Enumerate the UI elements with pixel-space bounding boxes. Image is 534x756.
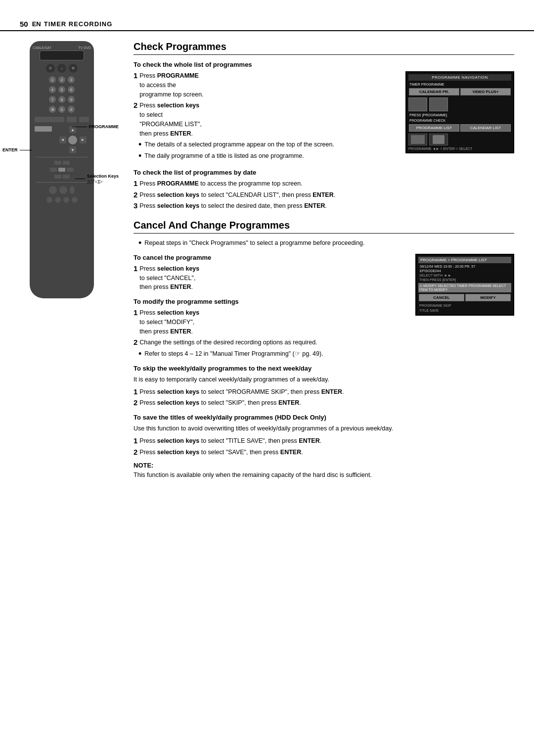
skip-step-1: 1 Press selection keys to select "PROGRA… [134,387,514,397]
intro-bullet: • Repeat steps in "Check Programmes" to … [134,238,514,248]
step-2-bold: selection keys [157,102,199,109]
screen2-hint: THEN PRESS [ENTER] [418,278,511,282]
skip-step-1-bold: selection keys [157,388,199,395]
cancel-step-1-enter: ENTER [170,284,191,290]
screen2-info1: 08/12/04 WED 19:00 - 20:00 PR. 57 [418,264,511,269]
step-1-content: Press PROGRAMME to access the programme … [139,71,399,99]
step-date-2-content: Press selection keys to select "CALENDAR… [139,190,514,200]
remote-illustration: CABLE/SAT TV DVD ⊙ ○ ⊖ [20,41,119,298]
step-date-3-bold: selection keys [157,202,199,209]
save-intro: Use this function to avoid overwriting t… [134,424,514,433]
screen1-videoplus-btn: VIDEO PLUS+ [460,88,511,95]
step-date-2-number: 2 [134,190,137,199]
whole-list-content: PROGRAMME NAVIGATION TIMER PROGRAMME CAL… [134,71,514,163]
refer-bullet: • Refer to steps 4 – 12 in "Manual Timer… [134,349,514,359]
step-date-1-bold: PROGRAMME [157,180,199,187]
screen2-progskip: PROGRAMME SKIP [418,303,511,308]
step-2: 2 Press selection keys to select "PROGRA… [134,101,399,138]
skip-step-2-number: 2 [134,398,137,407]
step-date-3-enter: ENTER [304,202,325,209]
intro-bullet-text: Repeat steps in "Check Programmes" to se… [144,238,364,248]
btn-circle[interactable]: ⊖ [69,64,78,73]
intro-bullet-dot: • [138,238,141,248]
btn-3[interactable]: 3 [68,76,75,83]
step-date-3-content: Press selection keys to select the desir… [139,201,514,211]
skip-step-2: 2 Press selection keys to select "SKIP",… [134,398,514,408]
step-1-number: 1 [134,71,137,80]
skip-step-1-number: 1 [134,387,137,396]
screen2-info2: EPISODE044 [418,269,511,273]
skip-step-1-enter: ENTER [321,388,342,395]
refer-bullet-dot: • [138,349,141,359]
btn-1[interactable]: 1 [49,76,56,83]
step-date-3: 3 Press selection keys to select the des… [134,201,514,211]
screen2-nav: SELECT WITH ◄ ► [418,273,511,278]
save-step-1-number: 1 [134,436,137,445]
save-step-2-bold: selection keys [157,449,199,456]
cancel-step-1-bold: selection keys [157,265,199,272]
modify-step-2-content: Change the settings of the desired recor… [139,338,514,347]
modify-step-1-bold: selection keys [157,309,199,316]
step-date-3-number: 3 [134,201,137,210]
btn-row-1: ⊙ ○ ⊖ [46,64,78,73]
screen2-cancel-btn: CANCEL [419,294,464,301]
btn-circle[interactable]: ⊙ [46,64,55,73]
cancel-content: PROGRAMME > PROGRAMME LIST 08/12/04 WED … [134,254,514,338]
screen1-btn-row2: PROGRAMME LIST CALENDAR LIST [408,124,511,132]
screen2-modify-btn: MODIFY [465,294,511,301]
save-step-2-content: Press selection keys to select "SAVE", t… [139,448,514,457]
btn-6[interactable]: 6 [68,86,75,93]
btn-star[interactable]: ⊛ [49,106,56,113]
screen1-callist-btn: CALENDAR LIST [460,124,511,132]
screen1-press: PRESS [PROGRAMME] [408,113,511,117]
whole-list-subtitle: To check the whole list of programmes [134,61,514,68]
step-date-2: 2 Press selection keys to select "CALEND… [134,190,514,200]
bullet-dot-2: • [138,151,141,161]
by-date-subtitle: To check the list of programmes by date [134,169,514,176]
page-container: 50 EN TIMER RECORDING CABLE/SAT TV DVD [0,0,534,756]
arrows-label: △▽◁▷ [87,179,119,184]
cancel-step-1: 1 Press selection keys to select "CANCEL… [134,264,410,292]
cancel-change-section: Cancel And Change Programmes • Repeat st… [134,220,514,480]
btn-9[interactable]: 9 [68,96,75,103]
check-programmes-title: Check Programmes [134,41,514,55]
note-text: This function is available only when the… [134,471,514,480]
btn-circle[interactable]: ○ [57,64,66,73]
screen2-title: PROGRAMME > PROGRAMME LIST [418,257,511,263]
btn-4[interactable]: 4 [49,86,56,93]
cancel-step-1-number: 1 [134,264,137,273]
screen1-header: PROGRAMME NAVIGATION [408,74,511,81]
modify-step-1-number: 1 [134,308,137,317]
screen1-nav: PROGRAMME ◄► = ENTER = SELECT [408,147,511,150]
step-date-1: 1 Press PROGRAMME to access the programm… [134,179,514,189]
step-date-1-content: Press PROGRAMME to access the programme … [139,179,514,189]
bullet-text-1: The details of a selected programme appe… [144,140,334,149]
save-step-1-enter: ENTER [299,437,319,444]
btn-hash[interactable]: # [68,106,75,113]
right-column: Check Programmes To check the whole list… [134,41,514,480]
header-title: TIMER RECORDING [44,20,113,28]
btn-2[interactable]: 2 [58,76,65,83]
step-2-number: 2 [134,101,137,109]
save-step-2: 2 Press selection keys to select "SAVE",… [134,448,514,457]
save-step-2-number: 2 [134,448,137,456]
btn-5[interactable]: 5 [58,86,65,93]
note-box: NOTE: This function is available only wh… [134,462,514,480]
btn-0[interactable]: 0 [58,106,65,113]
step-date-2-enter: ENTER [312,191,333,198]
modify-step-2-number: 2 [134,338,137,346]
save-step-1-bold: selection keys [157,437,199,444]
bullet-text-2: The daily programme of a title is listed… [144,151,304,161]
save-step-2-enter: ENTER [280,449,301,456]
modify-step-1: 1 Press selection keys to select "MODIFY… [134,308,410,336]
bullet-2: • The daily programme of a title is list… [134,151,399,161]
btn-8[interactable]: 8 [58,96,65,103]
screen-mockup-2: PROGRAMME > PROGRAMME LIST 08/12/04 WED … [415,254,514,316]
step-1: 1 Press PROGRAMME to access the programm… [134,71,399,99]
modify-step-2: 2 Change the settings of the desired rec… [134,338,514,347]
btn-7[interactable]: 7 [49,96,56,103]
en-label: EN [32,20,41,28]
left-column: CABLE/SAT TV DVD ⊙ ○ ⊖ [20,41,119,480]
step-1-bold: PROGRAMME [157,72,199,79]
screen1-check: PROGRAMME CHECK [408,118,511,123]
